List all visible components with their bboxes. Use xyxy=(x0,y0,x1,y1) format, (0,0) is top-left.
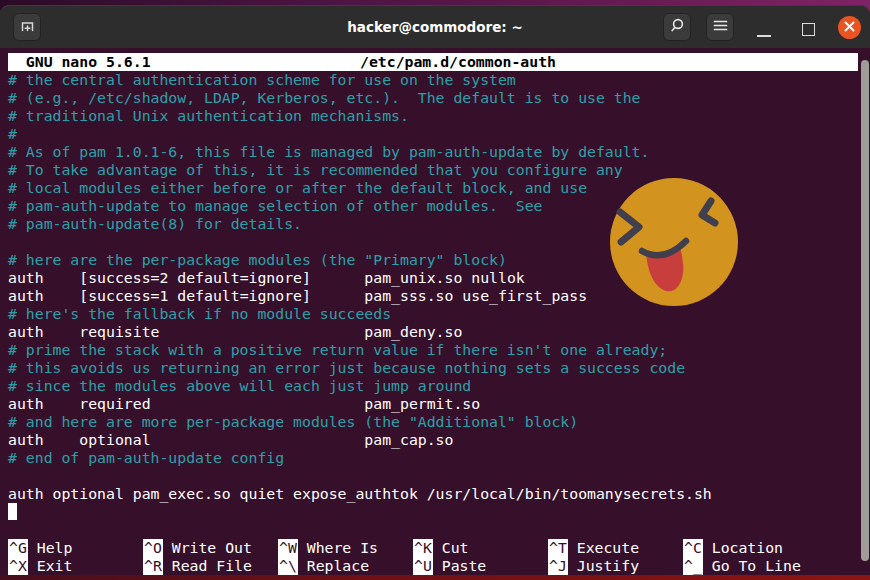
shortcut-label: Go To Line xyxy=(703,557,801,574)
buffer-line: # As of pam 1.0.1-6, this file is manage… xyxy=(8,143,712,161)
shortcut-item: ^U Paste xyxy=(413,557,548,575)
shortcut-item: ^C Location xyxy=(683,539,818,557)
window-titlebar[interactable]: hacker@commodore: ~ xyxy=(0,5,870,48)
shortcut-key: ^K xyxy=(413,539,433,557)
buffer-line xyxy=(8,467,712,485)
buffer-line: auth optional pam_exec.so quiet expose_a… xyxy=(8,485,712,503)
shortcut-item: ^_ Go To Line xyxy=(683,557,818,575)
search-button[interactable] xyxy=(663,13,691,41)
nano-version: GNU nano 5.6.1 xyxy=(8,53,151,71)
search-icon xyxy=(669,17,686,38)
shortcut-item: ^K Cut xyxy=(413,539,548,557)
shortcut-item: ^\ Replace xyxy=(278,557,413,575)
nano-titlebar: GNU nano 5.6.1 /etc/pam.d/common-auth xyxy=(8,53,858,71)
buffer-line: # the central authentication scheme for … xyxy=(8,71,712,89)
shortcut-label: Execute xyxy=(568,539,639,556)
shortcut-label: Exit xyxy=(28,557,73,574)
buffer-line: auth required pam_permit.so xyxy=(8,395,712,413)
desktop-background-strip xyxy=(0,575,870,580)
tongue-out-emoji-sticker xyxy=(606,175,742,311)
close-button[interactable] xyxy=(838,16,861,39)
shortcut-label: Location xyxy=(703,539,783,556)
shortcut-key: ^W xyxy=(278,539,298,557)
buffer-line: # since the modules above will each just… xyxy=(8,377,712,395)
shortcut-key: ^O xyxy=(143,539,163,557)
window-title: hacker@commodore: ~ xyxy=(0,5,870,48)
shortcut-label: Help xyxy=(28,539,73,556)
terminal-scrollbar[interactable] xyxy=(861,60,869,561)
shortcut-item: ^J Justify xyxy=(548,557,683,575)
shortcut-key: ^T xyxy=(548,539,568,557)
buffer-line: # xyxy=(8,125,712,143)
menu-button[interactable] xyxy=(706,13,734,41)
buffer-line: # traditional Unix authentication mechan… xyxy=(8,107,712,125)
shortcut-label: Write Out xyxy=(163,539,252,556)
shortcut-label: Justify xyxy=(568,557,639,574)
shortcut-key: ^X xyxy=(8,557,28,575)
buffer-line: auth requisite pam_deny.so xyxy=(8,323,712,341)
shortcut-item: ^T Execute xyxy=(548,539,683,557)
shortcut-key: ^C xyxy=(683,539,703,557)
minimize-button[interactable] xyxy=(757,35,771,37)
shortcut-item: ^R Read File xyxy=(143,557,278,575)
buffer-line: # prime the stack with a positive return… xyxy=(8,341,712,359)
shortcut-label: Replace xyxy=(298,557,369,574)
shortcut-label: Where Is xyxy=(298,539,378,556)
buffer-line: # end of pam-auth-update config xyxy=(8,449,712,467)
buffer-line: # and here are more per-package modules … xyxy=(8,413,712,431)
maximize-button[interactable] xyxy=(802,23,815,36)
shortcut-key: ^J xyxy=(548,557,568,575)
close-icon xyxy=(843,18,856,37)
shortcut-label: Read File xyxy=(163,557,252,574)
shortcut-item: ^G Help xyxy=(8,539,143,557)
shortcut-key: ^G xyxy=(8,539,28,557)
nano-filename: /etc/pam.d/common-auth xyxy=(360,53,556,71)
shortcut-key: ^R xyxy=(143,557,163,575)
shortcut-key: ^\ xyxy=(278,557,298,575)
shortcut-key: ^_ xyxy=(683,557,703,575)
text-cursor xyxy=(8,503,17,520)
shortcut-item: ^O Write Out xyxy=(143,539,278,557)
buffer-line: # (e.g., /etc/shadow, LDAP, Kerberos, et… xyxy=(8,89,712,107)
shortcut-key: ^U xyxy=(413,557,433,575)
nano-shortcut-bar: ^G Help^X Exit^O Write Out^R Read File^W… xyxy=(8,539,818,575)
shortcut-item: ^W Where Is xyxy=(278,539,413,557)
buffer-line: # this avoids us returning an error just… xyxy=(8,359,712,377)
shortcut-label: Paste xyxy=(433,557,486,574)
buffer-line: auth optional pam_cap.so xyxy=(8,431,712,449)
terminal-screen[interactable]: GNU nano 5.6.1 /etc/pam.d/common-auth # … xyxy=(0,48,870,575)
shortcut-label: Cut xyxy=(433,539,469,556)
shortcut-item: ^X Exit xyxy=(8,557,143,575)
hamburger-icon xyxy=(712,17,729,38)
